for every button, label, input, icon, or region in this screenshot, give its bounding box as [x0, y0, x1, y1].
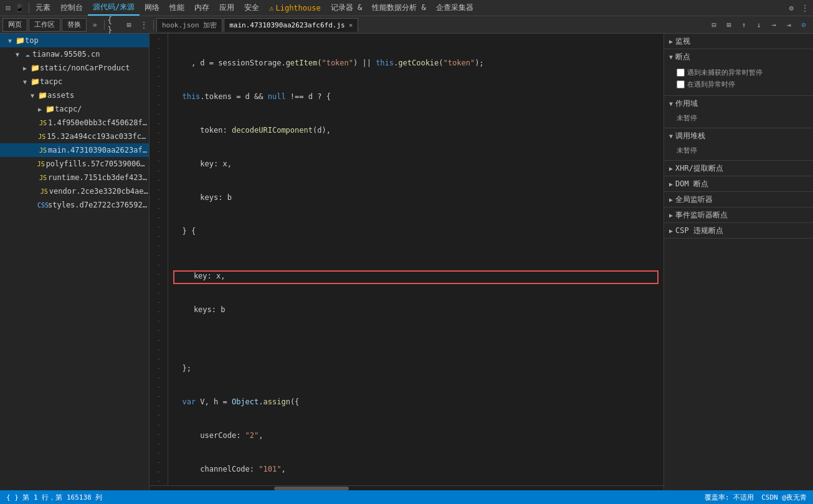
- settings-icon[interactable]: ⚙: [786, 2, 797, 14]
- js-file-icon-5: JS: [38, 173, 48, 183]
- close-tab-icon[interactable]: ×: [349, 21, 353, 29]
- format-btn[interactable]: { }: [107, 18, 121, 32]
- tree-label-styles: styles.d7e2722c37659225c2: [48, 201, 149, 209]
- nav-skip-btn[interactable]: ⇥: [782, 18, 796, 32]
- section-scope-label: 作用域: [675, 98, 698, 109]
- menu-lighthouse[interactable]: ⚠ Lighthouse: [264, 0, 325, 16]
- section-cs-content: 未暂停: [664, 143, 813, 160]
- tree-label-top: top: [25, 36, 39, 45]
- code-area[interactable]: - - - - - - - - - - - - - - - - - - - -: [150, 34, 663, 485]
- section-global-header[interactable]: ▶ 全局监听器: [664, 192, 813, 207]
- section-monitor-header[interactable]: ▶ 监视: [664, 34, 813, 49]
- more-menu-icon[interactable]: ⋮: [799, 2, 811, 14]
- warning-icon: ⚠: [269, 4, 273, 12]
- nav-prev-btn[interactable]: ↑: [737, 18, 751, 32]
- checkbox-uncaught[interactable]: 遇到未捕获的异常时暂停: [677, 67, 808, 78]
- format-btn2[interactable]: ⊞: [122, 18, 136, 32]
- tree-label-static: static/nonCarProduct: [40, 64, 130, 72]
- scrollbar-thumb-h[interactable]: [274, 487, 349, 490]
- code-line: keys: b: [173, 192, 658, 203]
- more-options-btn[interactable]: ⋮: [137, 18, 151, 32]
- section-dom-label: DOM 断点: [675, 179, 708, 189]
- tree-item-styles[interactable]: CSS styles.d7e2722c37659225c2: [0, 198, 149, 212]
- menu-perf-insights[interactable]: 性能数据分析 &: [367, 0, 430, 16]
- inspect-icon[interactable]: ⊡: [2, 2, 14, 14]
- nav-right-btn[interactable]: →: [767, 18, 781, 32]
- tree-label-domain: tianaw.95505.cn: [32, 50, 100, 59]
- tree-item-vendor[interactable]: JS vendor.2ce3e3320cb4ae4de: [0, 184, 149, 198]
- tree-item-static[interactable]: ▶ 📁 static/nonCarProduct: [0, 61, 149, 75]
- arrow-scope: ▼: [669, 100, 673, 107]
- section-dom-header[interactable]: ▶ DOM 断点: [664, 176, 813, 191]
- tab-webpage[interactable]: 网页: [2, 18, 27, 32]
- panel-split-btn[interactable]: ⊞: [722, 18, 736, 32]
- tree-item-runtime[interactable]: JS runtime.7151cb3def4234ddi: [0, 171, 149, 184]
- chevron-tacpc2-icon: ▶: [35, 104, 45, 114]
- nav-next-btn[interactable]: ↓: [752, 18, 766, 32]
- callstack-status: 未暂停: [677, 146, 697, 155]
- section-bp-label: 断点: [675, 52, 690, 62]
- section-scope-header[interactable]: ▼ 作用域: [664, 96, 813, 111]
- tree-label-tacpc2: tacpc/: [55, 105, 82, 113]
- code-panel: - - - - - - - - - - - - - - - - - - - -: [150, 34, 663, 490]
- section-cs-header[interactable]: ▼ 调用堆栈: [664, 128, 813, 143]
- deactivate-btn[interactable]: ⊘: [797, 18, 811, 32]
- section-xhr-header[interactable]: ▶ XHR/提取断点: [664, 161, 813, 176]
- tree-item-top[interactable]: ▼ 📁 top: [0, 34, 149, 47]
- code-line: , d = sessionStorage.getItem("token") ||…: [173, 57, 658, 69]
- checkbox-caught[interactable]: 在遇到异常时停: [677, 78, 808, 90]
- tree-item-main[interactable]: JS main.47310390aa2623afc6fc: [0, 143, 149, 157]
- section-global: ▶ 全局监听器: [664, 192, 813, 207]
- menu-elements[interactable]: 元素: [31, 0, 55, 16]
- section-event: ▶ 事件监听器断点: [664, 207, 813, 223]
- arrow-cs: ▼: [669, 133, 673, 140]
- tree-label-poly: polyfills.57c7053900660a3f1: [46, 159, 149, 168]
- tree-item-assets[interactable]: ▼ 📁 assets: [0, 88, 149, 102]
- section-bp-header[interactable]: ▼ 断点: [664, 49, 813, 64]
- code-line-highlight1: key: x,: [173, 270, 658, 282]
- menu-enterprise[interactable]: 企查采集器: [431, 0, 478, 16]
- tree-item-15[interactable]: JS 15.32a494cc193ac033fcfe.js: [0, 130, 149, 143]
- menu-console[interactable]: 控制台: [55, 0, 88, 16]
- tree-item-domain[interactable]: ▼ ☁ tianaw.95505.cn: [0, 47, 149, 61]
- panel-toggle-btn[interactable]: ⊟: [707, 18, 721, 32]
- tree-item-tacpc[interactable]: ▼ 📁 tacpc: [0, 75, 149, 88]
- checkbox-caught-input[interactable]: [677, 80, 685, 88]
- section-csp-header[interactable]: ▶ CSP 违规断点: [664, 223, 813, 238]
- menu-network[interactable]: 网络: [140, 0, 164, 16]
- menu-memory[interactable]: 内存: [189, 0, 214, 16]
- folder-static-icon: 📁: [30, 63, 40, 73]
- chevron-tacpc-icon: ▼: [20, 77, 30, 87]
- file-tab-main[interactable]: main.47310390aa2623afc6fd.js ×: [224, 18, 358, 32]
- arrow-bp: ▼: [669, 54, 673, 60]
- menu-security[interactable]: 安全: [239, 0, 264, 16]
- chevron-icon: ▼: [5, 36, 15, 45]
- code-line: channelCode: "101",: [173, 464, 658, 475]
- menu-recorder[interactable]: 记录器 &: [326, 0, 367, 16]
- menu-performance[interactable]: 性能: [164, 0, 189, 16]
- horizontal-scrollbar[interactable]: [150, 485, 663, 490]
- toolbar: 网页 工作区 替换 » { } ⊞ ⋮ hook.json 加密 main.47…: [0, 16, 813, 34]
- file-tab-hook[interactable]: hook.json 加密: [156, 18, 222, 32]
- tree-item-poly[interactable]: JS polyfills.57c7053900660a3f1: [0, 157, 149, 171]
- device-icon[interactable]: 📱: [14, 2, 25, 14]
- more-tabs-btn[interactable]: »: [88, 18, 102, 32]
- tab-replace[interactable]: 替换: [62, 18, 87, 32]
- section-event-header[interactable]: ▶ 事件监听器断点: [664, 207, 813, 222]
- tree-item-1f[interactable]: JS 1.4f950e0bb3cf450628f4.js: [0, 116, 149, 130]
- menu-application[interactable]: 应用: [214, 0, 239, 16]
- cloud-icon: ☁: [22, 49, 32, 59]
- arrow-event: ▶: [669, 212, 673, 219]
- chevron-domain-icon: ▼: [12, 49, 22, 59]
- tab-workspace[interactable]: 工作区: [29, 18, 60, 32]
- checkbox-caught-label: 在遇到异常时停: [687, 80, 735, 89]
- tree-item-tacpc-folder[interactable]: ▶ 📁 tacpc/: [0, 102, 149, 116]
- menu-sources[interactable]: 源代码/来源: [88, 0, 140, 16]
- code-line: };: [173, 363, 658, 374]
- checkbox-uncaught-input[interactable]: [677, 69, 685, 77]
- source-code[interactable]: , d = sessionStorage.getItem("token") ||…: [168, 34, 663, 485]
- js-file-icon-4: JS: [36, 159, 46, 169]
- section-bp-content: 遇到未捕获的异常时暂停 在遇到异常时停: [664, 64, 813, 95]
- js-file-icon-3: JS: [38, 145, 48, 155]
- code-line: var V, h = Object.assign({: [173, 396, 658, 407]
